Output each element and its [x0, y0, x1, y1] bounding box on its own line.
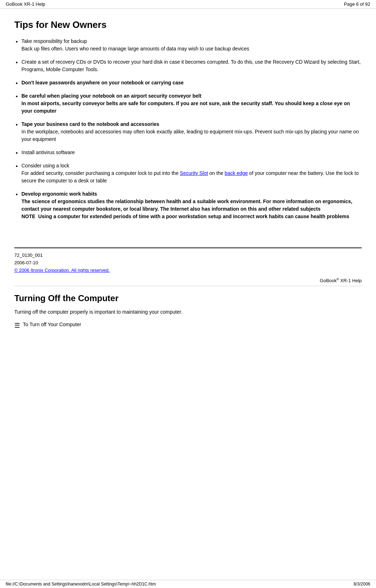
tips-list: Take responsibility for backup Back up f… — [14, 38, 362, 220]
list-item: Consider using a lock For added security… — [14, 162, 362, 185]
tip-text: The science of ergonomics studies the re… — [21, 199, 352, 219]
tips-section-title: Tips for New Owners — [14, 19, 362, 30]
tip-bold-text: Don't leave passwords anywhere on your n… — [21, 80, 184, 85]
tip-text: Create a set of recovery CDs or DVDs to … — [21, 59, 361, 72]
footer-brand: GoBook® XR-1 Help — [14, 278, 362, 286]
list-item: Install antivirus software — [14, 149, 362, 156]
copyright-link[interactable]: © 2006 Itronix Corporation. All rights r… — [14, 268, 110, 273]
main-content: Tips for New Owners Take responsibility … — [0, 9, 376, 233]
header-bar: GoBook XR-1 Help Page 6 of 92 — [0, 0, 376, 9]
list-item: Tape your business card to the notebook … — [14, 121, 362, 143]
tip-text: Take responsibility for backup Back up f… — [21, 38, 249, 52]
tip-text: Install antivirus software — [21, 150, 75, 155]
page-info: Page 6 of 92 — [344, 1, 370, 7]
tip-bold-text: Develop ergonomic work habits — [21, 191, 97, 197]
tip-text: In the workplace, notebooks and accessor… — [21, 129, 359, 142]
tip-bold-text: Be careful when placing your notebook on… — [21, 93, 201, 99]
list-item: Be careful when placing your notebook on… — [14, 92, 362, 115]
bottom-bar: file://C:\Documents and Settings\harwood… — [0, 580, 376, 588]
turning-off-title: Turning Off the Computer — [14, 293, 362, 303]
turning-off-intro: Turning off the computer properly is imp… — [14, 308, 362, 316]
doc-id: 72_0130_001 — [14, 252, 362, 259]
footer-section: 72_0130_001 2006-07-10 © 2006 Itronix Co… — [14, 248, 362, 286]
app-title: GoBook XR-1 Help — [6, 1, 45, 7]
tip-text: Consider using a lock For added security… — [21, 163, 358, 183]
procedure-icon: ☰ — [14, 322, 20, 329]
back-edge-link[interactable]: back edge — [225, 170, 248, 176]
list-item: Create a set of recovery CDs or DVDs to … — [14, 58, 362, 73]
procedure-item: ☰ To Turn off Your Computer — [14, 322, 362, 329]
tip-text: In most airports, security conveyor belt… — [21, 101, 350, 114]
copyright[interactable]: © 2006 Itronix Corporation. All rights r… — [14, 267, 362, 274]
turning-off-section: Turning Off the Computer Turning off the… — [0, 293, 376, 329]
security-slot-link[interactable]: Security Slot — [180, 170, 208, 176]
list-item: Develop ergonomic work habits The scienc… — [14, 190, 362, 220]
tip-bold-text: Tape your business card to the notebook … — [21, 121, 159, 127]
bottom-date: 8/3/2006 — [353, 582, 370, 587]
procedure-label: To Turn off Your Computer — [23, 322, 81, 327]
doc-date: 2006-07-10 — [14, 259, 362, 267]
file-path: file://C:\Documents and Settings\harwood… — [6, 582, 156, 587]
list-item: Take responsibility for backup Back up f… — [14, 38, 362, 53]
list-item: Don't leave passwords anywhere on your n… — [14, 79, 362, 87]
footer-meta: 72_0130_001 2006-07-10 © 2006 Itronix Co… — [14, 252, 362, 274]
